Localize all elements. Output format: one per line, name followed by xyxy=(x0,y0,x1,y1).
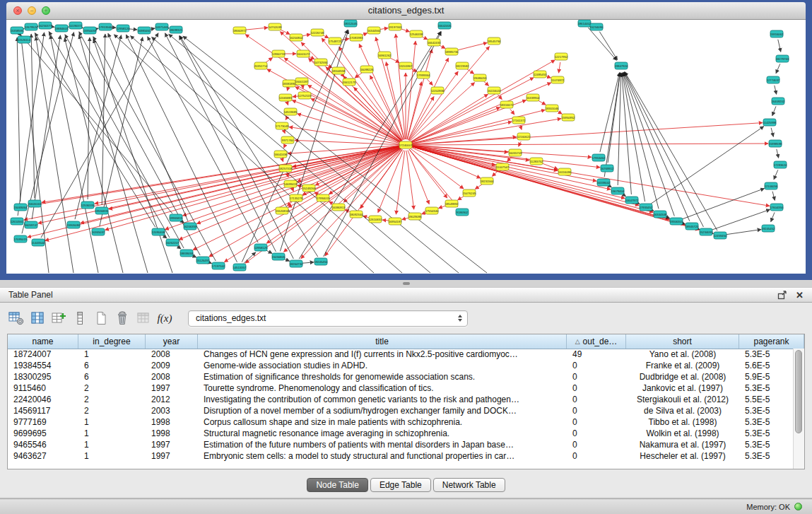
table-row[interactable]: 946554611997Estimation of the future num… xyxy=(8,439,804,450)
table-cell[interactable]: Wolkin et al. (1998) xyxy=(626,428,739,438)
graph-node[interactable]: 17173049 xyxy=(276,122,289,129)
graph-node[interactable]: 12106056 xyxy=(765,182,778,189)
show-columns-icon[interactable] xyxy=(28,309,47,327)
graph-node[interactable]: 18381890 xyxy=(283,80,296,87)
table-cell[interactable]: Investigating the contribution of common… xyxy=(198,395,567,404)
graph-node[interactable]: 11283752 xyxy=(530,158,543,165)
table-select-dropdown[interactable]: citations_edges.txt xyxy=(188,310,468,327)
table-cell[interactable]: 6 xyxy=(78,372,146,382)
float-panel-icon[interactable] xyxy=(777,291,787,300)
import-table-icon[interactable] xyxy=(134,309,153,327)
function-builder-icon[interactable]: f(x) xyxy=(155,309,174,327)
graph-node[interactable]: 19197363 xyxy=(389,23,402,30)
graph-node[interactable]: 13679404 xyxy=(611,187,625,194)
graph-node[interactable]: 11526114 xyxy=(18,36,31,43)
table-cell[interactable]: 1998 xyxy=(146,428,198,438)
graph-node[interactable]: 16642405 xyxy=(438,22,452,29)
table-cell[interactable]: Embryonic stem cells: a model to study s… xyxy=(198,451,567,461)
graph-node[interactable]: 19245450 xyxy=(314,258,328,265)
graph-node[interactable]: 16339904 xyxy=(526,94,540,101)
table-cell[interactable]: 0 xyxy=(567,417,626,427)
graph-node[interactable]: 12546338 xyxy=(410,30,423,37)
graph-node[interactable]: 16206355 xyxy=(184,223,197,230)
graph-node[interactable]: 14702039 xyxy=(269,23,282,30)
graph-node[interactable]: 16961262 xyxy=(378,52,392,59)
table-cell[interactable]: 9699695 xyxy=(8,428,78,438)
graph-node[interactable]: 17135278 xyxy=(290,194,303,201)
split-grip-icon[interactable] xyxy=(403,282,410,285)
graph-node[interactable]: 17161372 xyxy=(512,117,526,124)
network-graph[interactable]: 1724000718223582190860531622402418316672… xyxy=(6,20,806,274)
table-cell[interactable]: 1 xyxy=(78,417,146,427)
zoom-button[interactable]: + xyxy=(42,6,50,15)
table-row[interactable]: 969969511998Structural magnetic resonanc… xyxy=(8,428,804,439)
graph-node[interactable]: 16224024 xyxy=(488,87,501,94)
graph-node[interactable]: 18945720 xyxy=(686,223,699,230)
table-cell[interactable]: Structural magnetic resonance image aver… xyxy=(198,428,567,438)
graph-node[interactable]: 10196372 xyxy=(69,22,83,29)
graph-node[interactable]: 10647972 xyxy=(625,197,639,204)
graph-node[interactable]: 15249264 xyxy=(302,185,316,192)
graph-node[interactable]: 17197342 xyxy=(212,262,225,269)
graph-node[interactable]: 12160622 xyxy=(517,133,531,140)
table-cell[interactable]: 0 xyxy=(567,372,626,382)
graph-node[interactable]: 18312045 xyxy=(344,20,358,27)
table-cell[interactable]: 2008 xyxy=(146,372,198,382)
graph-node[interactable]: 17240007 xyxy=(399,141,413,148)
table-cell[interactable]: Corpus callosum shape and size in male p… xyxy=(198,417,567,427)
table-cell[interactable]: 0 xyxy=(567,383,626,393)
close-button[interactable]: × xyxy=(13,6,22,15)
table-cell[interactable]: Yano et al. (2008) xyxy=(626,349,739,359)
graph-node[interactable]: 10971465 xyxy=(155,23,169,30)
graph-node[interactable]: 17953462 xyxy=(592,154,606,161)
column-header-year[interactable]: year xyxy=(146,334,198,349)
graph-node[interactable]: 12485453 xyxy=(534,71,547,78)
table-cell[interactable]: Stergiakouli et al. (2012) xyxy=(626,395,739,404)
graph-node[interactable]: 16055709 xyxy=(509,149,522,156)
tab-network-table[interactable]: Network Table xyxy=(433,478,505,492)
graph-node[interactable]: 12536335 xyxy=(81,201,95,209)
table-cell[interactable]: 2008 xyxy=(146,349,198,359)
graph-node[interactable]: 15916062 xyxy=(770,30,784,37)
graph-node[interactable]: 16262207 xyxy=(166,239,180,246)
table-cell[interactable]: Estimation of the future numbers of pati… xyxy=(198,440,567,450)
graph-node[interactable]: 16098226 xyxy=(360,66,374,73)
table-cell[interactable]: 2 xyxy=(78,406,146,416)
graph-node[interactable]: 15998598 xyxy=(769,140,782,147)
table-row[interactable]: 946362711997Embryonic stem cells: a mode… xyxy=(8,450,804,462)
graph-node[interactable]: 15520816 xyxy=(276,207,289,214)
graph-node[interactable]: 18279763 xyxy=(776,55,789,62)
graph-node[interactable]: 17604350 xyxy=(770,204,784,211)
graph-node[interactable]: 16769912 xyxy=(601,165,614,172)
table-cell[interactable]: 22420046 xyxy=(8,395,78,404)
graph-node[interactable]: 17913566 xyxy=(99,23,112,30)
graph-node[interactable]: 16116096 xyxy=(558,168,572,175)
table-cell[interactable]: 1997 xyxy=(146,383,198,393)
graph-node[interactable]: 16954187 xyxy=(389,218,402,225)
graph-node[interactable]: 19086053 xyxy=(473,74,487,81)
graph-node[interactable]: 12774037 xyxy=(767,76,780,83)
graph-node[interactable]: 12217952 xyxy=(555,53,568,60)
table-cell[interactable]: 9115460 xyxy=(8,383,78,393)
graph-node[interactable]: 18698321 xyxy=(170,26,183,33)
table-cell[interactable]: de Silva et al. (2003) xyxy=(626,406,739,416)
graph-node[interactable]: 12202836 xyxy=(431,87,445,94)
graph-node[interactable]: 18264730 xyxy=(290,260,303,267)
table-cell[interactable]: 1997 xyxy=(146,451,198,461)
tab-edge-table[interactable]: Edge Table xyxy=(370,478,431,492)
graph-node[interactable]: 18549892 xyxy=(445,200,459,207)
column-header-short[interactable]: short xyxy=(626,334,739,349)
graph-node[interactable]: 13201867 xyxy=(399,62,413,69)
graph-node[interactable]: 15126497 xyxy=(196,257,210,264)
graph-node[interactable]: 16344560 xyxy=(367,27,381,34)
graph-node[interactable]: 12090408 xyxy=(152,228,165,235)
table-cell[interactable]: 1997 xyxy=(146,440,198,450)
column-header-in-degree[interactable]: in_degree xyxy=(78,334,146,349)
graph-node[interactable]: 15234092 xyxy=(700,228,713,235)
graph-node[interactable]: 17283624 xyxy=(774,161,787,168)
table-cell[interactable]: 9463627 xyxy=(8,451,78,461)
vertical-scrollbar[interactable] xyxy=(793,349,804,469)
graph-node[interactable]: 15950059 xyxy=(83,27,97,34)
table-cell[interactable]: 0 xyxy=(567,361,626,370)
graph-node[interactable]: 16409202 xyxy=(772,98,785,105)
